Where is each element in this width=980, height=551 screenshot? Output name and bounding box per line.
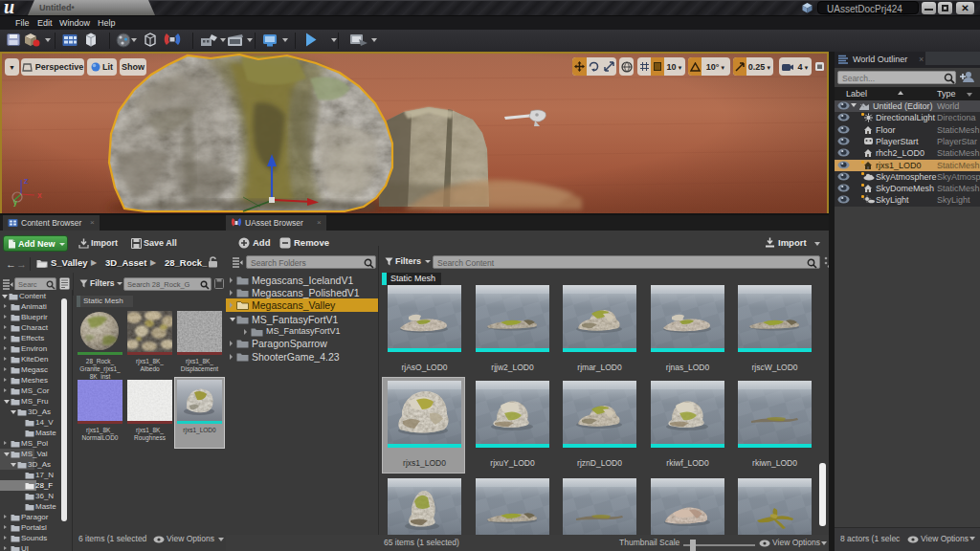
svg-text:X: X <box>37 192 42 199</box>
svg-text:y: y <box>13 199 17 207</box>
svg-text:Z: Z <box>24 178 29 185</box>
